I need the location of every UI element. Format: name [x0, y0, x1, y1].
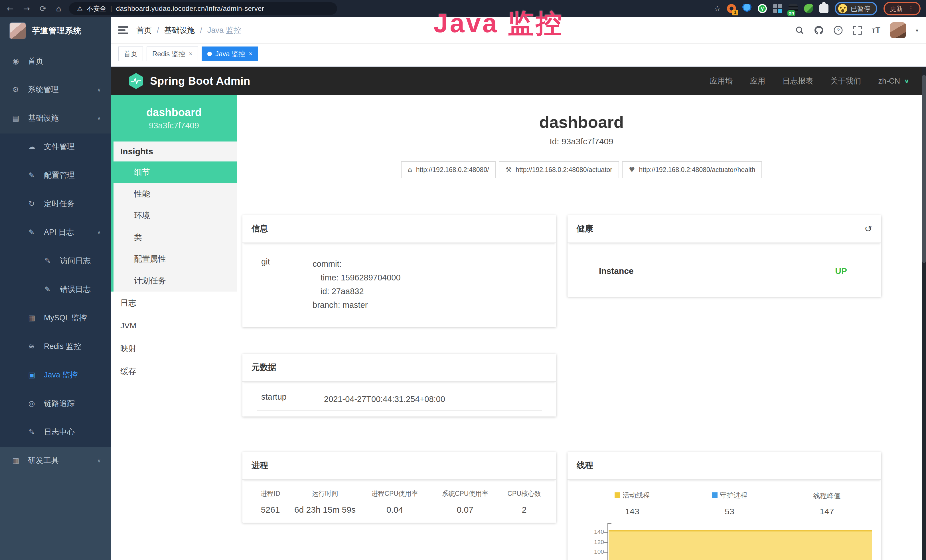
sidebar-item-error-log[interactable]: ✎错误日志: [0, 275, 111, 304]
github-icon[interactable]: [814, 26, 824, 35]
breadcrumb-home[interactable]: 首页: [136, 25, 152, 35]
sidebar-item-java-monitor[interactable]: ▣Java 监控: [0, 360, 111, 389]
address-bar[interactable]: ⚠ 不安全 | dashboard.yudao.iocoder.cn/infra…: [69, 2, 337, 15]
app-logo-image: [9, 22, 26, 39]
panel-item-classes[interactable]: 类: [113, 227, 237, 248]
panel-item-details[interactable]: 细节: [113, 162, 237, 183]
help-icon[interactable]: ?: [833, 26, 843, 35]
sidebar-item-config-manage[interactable]: ✎配置管理: [0, 161, 111, 189]
info-value: commit: time: 1596289704000 id: 27aa832 …: [313, 257, 542, 312]
sidebar-item-dev-tools[interactable]: ▥研发工具∨: [0, 446, 111, 475]
sidebar-item-api-log[interactable]: ✎API 日志∧: [0, 218, 111, 247]
sidebar-item-infra[interactable]: ▤基础设施∧: [0, 104, 111, 132]
sidebar-item-redis-monitor[interactable]: ≋Redis 监控: [0, 332, 111, 360]
service-url-chip[interactable]: ⌂http://192.168.0.2:48080/: [401, 161, 496, 178]
browser-forward-icon[interactable]: →: [23, 4, 30, 14]
panel-item-jvm[interactable]: JVM: [111, 314, 237, 337]
panel-item-config-props[interactable]: 配置属性: [113, 248, 237, 270]
sidebar-item-file-manage[interactable]: ☁文件管理: [0, 132, 111, 161]
page-scrollbar[interactable]: [922, 67, 926, 560]
sidebar-item-label: 首页: [28, 56, 43, 66]
sba-link-about[interactable]: 关于我们: [831, 76, 861, 86]
panel-item-mappings[interactable]: 映射: [111, 337, 237, 360]
extension-grid-icon[interactable]: [773, 4, 782, 13]
sidebar-item-home[interactable]: ◉首页: [0, 47, 111, 75]
cpu-cores-value: 2: [500, 505, 548, 515]
extension-colorzilla-icon[interactable]: 1: [727, 4, 736, 13]
log-icon: ✎: [27, 428, 36, 436]
health-card-title: 健康: [576, 223, 593, 235]
user-menu-caret-icon[interactable]: ▾: [916, 27, 918, 33]
sba-language-value: zh-CN: [878, 77, 900, 86]
panel-item-scheduled-tasks[interactable]: 计划任务: [113, 270, 237, 292]
y-tick-120: 120: [587, 539, 604, 545]
daemon-threads-swatch-icon: [712, 492, 717, 498]
actuator-url-chip[interactable]: ⚒http://192.168.0.2:48080/actuator: [499, 161, 619, 178]
sidebar-item-label: 文件管理: [44, 141, 75, 152]
sidebar-item-tracing[interactable]: ◎链路追踪: [0, 389, 111, 418]
breadcrumb-infra[interactable]: 基础设施: [164, 25, 195, 35]
browser-menu-dots-icon[interactable]: ⋮: [908, 5, 914, 12]
breadcrumb-separator: /: [157, 26, 159, 35]
search-icon[interactable]: [795, 26, 804, 35]
browser-reload-icon[interactable]: ⟳: [39, 4, 46, 14]
chevron-down-icon: ∨: [97, 87, 101, 93]
panel-item-logs[interactable]: 日志: [111, 292, 237, 314]
sba-link-journal[interactable]: 日志报表: [782, 76, 813, 86]
panel-item-caches[interactable]: 缓存: [111, 360, 237, 383]
browser-back-icon[interactable]: ←: [7, 4, 14, 14]
bookmark-star-icon[interactable]: ☆: [714, 4, 721, 13]
sidebar-item-mysql-monitor[interactable]: ▦MySQL 监控: [0, 304, 111, 332]
panel-item-metrics[interactable]: 性能: [113, 183, 237, 205]
fullscreen-icon[interactable]: [853, 26, 862, 35]
tag-redis-monitor[interactable]: Redis 监控×: [147, 47, 198, 61]
sidebar-item-scheduled-jobs[interactable]: ↻定时任务: [0, 189, 111, 218]
history-icon[interactable]: ↺: [864, 223, 872, 234]
panel-item-environment[interactable]: 环境: [113, 205, 237, 227]
monitor-icon: ▤: [11, 114, 20, 123]
paused-profile-chip[interactable]: 已暂停: [835, 2, 877, 15]
metadata-key: startup: [261, 392, 324, 406]
sidebar-item-label: API 日志: [44, 227, 74, 238]
sidebar-item-system[interactable]: ⚙系统管理∨: [0, 75, 111, 104]
close-icon[interactable]: ×: [189, 50, 192, 58]
peak-threads-value: 147: [778, 507, 876, 516]
chevron-down-icon: ∨: [97, 458, 101, 463]
app-title: 芋道管理系统: [32, 26, 82, 36]
health-url-chip[interactable]: ♥http://192.168.0.2:48080/actuator/healt…: [622, 161, 762, 178]
process-card-title: 进程: [251, 460, 268, 471]
sba-link-applications[interactable]: 应用: [750, 76, 766, 86]
tag-java-monitor[interactable]: Java 监控×: [202, 47, 258, 61]
live-threads-value: 143: [584, 507, 681, 516]
close-icon[interactable]: ×: [249, 50, 253, 58]
y-tick-mark: [604, 542, 607, 543]
metadata-value: 2021-04-27T00:44:31.254+08:00: [324, 392, 542, 406]
tag-home[interactable]: 首页: [118, 47, 143, 61]
extension-pin-icon[interactable]: [742, 4, 752, 13]
sidebar-item-log-center[interactable]: ✎日志中心: [0, 418, 111, 446]
sba-instance-header[interactable]: dashboard 93a3fc7f7409: [111, 95, 237, 141]
sba-language-select[interactable]: zh-CN∨: [878, 77, 909, 86]
hamburger-icon[interactable]: [118, 26, 128, 34]
git-time-line: time: 1596289704000: [313, 271, 542, 285]
text-size-icon[interactable]: тT: [872, 26, 881, 35]
not-secure-warning-icon: ⚠: [77, 5, 83, 12]
sba-brand[interactable]: Spring Boot Admin: [128, 73, 250, 89]
sidebar-item-label: 研发工具: [28, 455, 59, 466]
extension-switch-icon[interactable]: on: [788, 4, 798, 13]
sidebar-item-access-log[interactable]: ✎访问日志: [0, 247, 111, 275]
home-icon: ⌂: [408, 166, 412, 174]
sba-link-wallboard[interactable]: 应用墙: [710, 76, 733, 86]
extensions-puzzle-icon[interactable]: [819, 4, 828, 13]
extension-leaf-icon[interactable]: [804, 4, 813, 13]
browser-home-icon[interactable]: ⌂: [56, 4, 61, 14]
sba-brand-title: Spring Boot Admin: [150, 75, 250, 87]
update-browser-button[interactable]: 更新 ⋮: [884, 2, 921, 15]
app-logo-row[interactable]: 芋道管理系统: [0, 17, 111, 44]
git-id-line: id: 27aa832: [313, 285, 542, 298]
extension-y-icon[interactable]: y: [758, 4, 767, 13]
user-avatar[interactable]: [890, 22, 906, 38]
threads-card-title: 线程: [576, 460, 593, 471]
breadcrumb-separator: /: [200, 26, 203, 35]
scrollbar-thumb[interactable]: [922, 75, 926, 263]
